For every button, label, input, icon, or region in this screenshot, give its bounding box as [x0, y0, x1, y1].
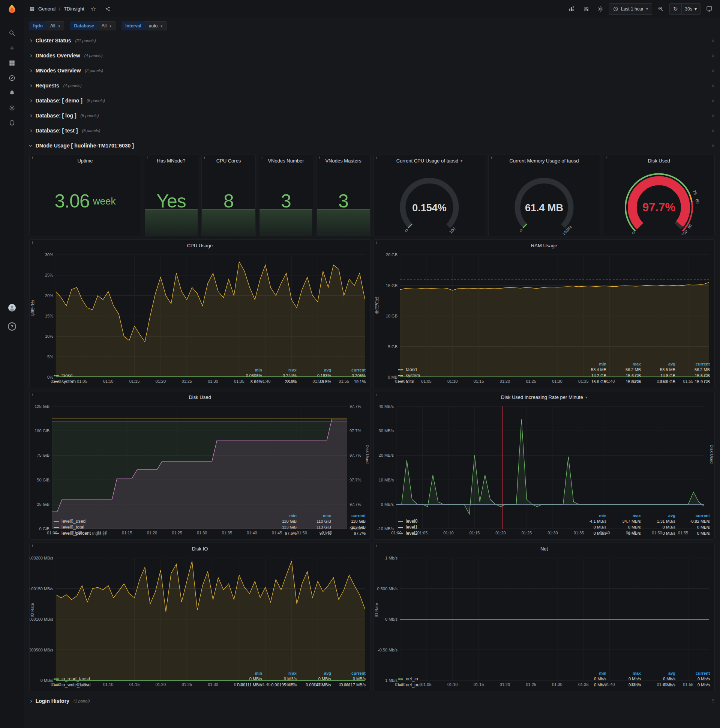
row-drag-handle[interactable]: ⠿ — [711, 113, 715, 119]
svg-text:0 MB/s: 0 MB/s — [381, 502, 394, 506]
dashboard-settings-button[interactable] — [595, 3, 606, 15]
variable-value-dropdown[interactable]: All▾ — [98, 21, 116, 31]
panel-title[interactable]: Disk Used Increasing Rate per Minute▾ — [374, 392, 714, 403]
chart-plot-area[interactable]: 125 GiB97.7%100 GiB97.7%75 GiB97.7%50 Gi… — [30, 403, 370, 513]
panel-info-icon[interactable]: i — [491, 156, 492, 160]
time-series-plot[interactable]: 30%25%20%15%10%5%0%01:0001:0501:1001:150… — [30, 251, 370, 385]
chevron-right-icon: › — [30, 697, 32, 704]
main-column: General / TDinsight ☆ — [24, 0, 720, 728]
time-series-plot[interactable]: 125 GiB97.7%100 GiB97.7%75 GiB97.7%50 Gi… — [30, 403, 370, 536]
panel-title[interactable]: Current CPU Usage of taosd▾ — [374, 155, 485, 166]
panel-title[interactable]: VNodes Masters — [316, 155, 370, 166]
panel-info-icon[interactable]: i — [204, 156, 205, 160]
panel-info-icon[interactable]: i — [376, 156, 377, 160]
save-dashboard-button[interactable] — [581, 3, 592, 15]
time-series-plot[interactable]: 20 GB15 GB10 GB5 GB0 MB01:0001:0501:1001… — [374, 251, 714, 385]
panel-title[interactable]: Disk Used — [30, 392, 370, 403]
row-login-history[interactable]: › Login History (1 panel) ⠿ — [29, 694, 715, 708]
share-dashboard-button[interactable] — [102, 3, 114, 15]
panel-info-icon[interactable]: i — [376, 392, 377, 396]
row-drag-handle[interactable]: ⠿ — [711, 128, 715, 134]
sidebar-help[interactable]: ? — [5, 319, 20, 334]
svg-text:10 GB: 10 GB — [386, 314, 398, 318]
panel-title[interactable]: Disk Used — [603, 155, 714, 166]
time-series-plot[interactable]: 40 MB/s30 MB/s20 MB/s10 MB/s0 MB/s-10 MB… — [374, 403, 714, 536]
panel-title[interactable]: Uptime — [30, 155, 140, 166]
row-drag-handle[interactable]: ⠿ — [711, 698, 715, 704]
sidebar-server-admin[interactable] — [5, 116, 20, 131]
panel-cpu-cores: i CPU Cores 8 — [201, 154, 256, 236]
panel-info-icon[interactable]: i — [32, 156, 33, 160]
row-dnode-usage[interactable]: › DNode Usage [ huolinhe-TM1701:6030 ] ⠿ — [29, 139, 715, 152]
variable-value-dropdown[interactable]: auto▾ — [145, 21, 166, 31]
svg-text:100 GiB: 100 GiB — [35, 428, 49, 433]
refresh-button[interactable]: ↻ — [670, 4, 681, 14]
chart-plot-area[interactable]: 40 MB/s30 MB/s20 MB/s10 MB/s0 MB/s-10 MB… — [374, 403, 714, 513]
chart-plot-area[interactable]: 0.00200 MB/s0.00150 MB/s0.00100 MB/s0.00… — [30, 554, 370, 671]
row-mnodes-overview[interactable]: › MNodes Overview (2 panels) ⠿ — [29, 64, 715, 77]
breadcrumb-dashboard[interactable]: TDinsight — [64, 6, 84, 12]
sidebar-dashboards[interactable] — [5, 55, 20, 70]
row-dnodes-overview[interactable]: › DNodes Overview (4 panels) ⠿ — [29, 49, 715, 62]
row-requests[interactable]: › Requests (4 panels) ⠿ — [29, 79, 715, 92]
row-database-log[interactable]: › Database: [ log ] (5 panels) ⠿ — [29, 109, 715, 122]
search-icon — [9, 30, 15, 37]
panel-info-icon[interactable]: i — [32, 544, 33, 548]
row-drag-handle[interactable]: ⠿ — [711, 98, 715, 104]
panel-title[interactable]: RAM Usage — [374, 240, 714, 251]
panel-title[interactable]: CPU Cores — [202, 155, 255, 166]
time-range-picker[interactable]: Last 1 hour ▾ — [609, 3, 652, 15]
panel-vnodes-masters: i VNodes Masters 3 — [316, 154, 371, 236]
zoom-out-time-button[interactable] — [655, 3, 667, 15]
row-drag-handle[interactable]: ⠿ — [711, 143, 715, 148]
variable-value-dropdown[interactable]: All▾ — [46, 21, 64, 31]
svg-text:01:35: 01:35 — [234, 379, 244, 384]
panel-info-icon[interactable]: i — [261, 156, 262, 160]
panel-info-icon[interactable]: i — [32, 392, 33, 396]
chevron-right-icon: › — [30, 67, 32, 73]
panel-info-icon[interactable]: i — [319, 156, 320, 160]
chart-plot-area[interactable]: 20 GB15 GB10 GB5 GB0 MB01:0001:0501:1001… — [374, 251, 714, 361]
svg-text:01:55: 01:55 — [339, 379, 349, 384]
sidebar-explore[interactable] — [5, 70, 20, 86]
panel-title[interactable]: CPU Usage — [30, 240, 370, 251]
panel-title[interactable]: Current Memory Usage of taosd — [489, 155, 599, 166]
add-panel-button[interactable] — [566, 3, 578, 15]
row-database-test[interactable]: › Database: [ test ] (5 panels) ⠿ — [29, 124, 715, 137]
row-drag-handle[interactable]: ⠿ — [711, 68, 715, 73]
panel-info-icon[interactable]: i — [146, 156, 148, 160]
svg-text:01:45: 01:45 — [272, 531, 282, 535]
panel-info-icon[interactable]: i — [606, 156, 607, 160]
row-drag-handle[interactable]: ⠿ — [711, 53, 715, 58]
chevron-right-icon: › — [30, 52, 32, 58]
svg-text:01:40: 01:40 — [604, 379, 615, 384]
row-cluster-status[interactable]: › Cluster Status (21 panels) ⠿ — [29, 34, 715, 47]
grafana-logo[interactable] — [6, 3, 18, 16]
svg-text:01:25: 01:25 — [182, 379, 192, 384]
panel-info-icon[interactable]: i — [376, 240, 377, 245]
breadcrumb-folder[interactable]: General — [38, 6, 55, 12]
cycle-view-mode-button[interactable] — [703, 3, 715, 15]
row-drag-handle[interactable]: ⠿ — [711, 83, 715, 89]
panel-info-icon[interactable]: i — [376, 544, 377, 548]
time-series-plot[interactable]: 1 Mb/s0.500 Mb/s0 Mb/s-0.50 Mb/s-1 Mb/s0… — [374, 554, 714, 688]
sidebar-create[interactable] — [5, 41, 20, 55]
row-drag-handle[interactable]: ⠿ — [711, 38, 715, 44]
time-series-plot[interactable]: 0.00200 MB/s0.00150 MB/s0.00100 MB/s0.00… — [30, 554, 370, 688]
sidebar-configuration[interactable] — [5, 101, 20, 116]
star-dashboard-button[interactable]: ☆ — [88, 3, 99, 15]
sidebar-profile[interactable] — [5, 300, 20, 315]
sidebar-alerting[interactable] — [5, 86, 20, 101]
row-database-demo[interactable]: › Database: [ demo ] (5 panels) ⠿ — [29, 94, 715, 107]
panel-title[interactable]: VNodes Number — [259, 155, 313, 166]
stat-unit: week — [93, 196, 116, 207]
refresh-interval-dropdown[interactable]: 30s ▾ — [681, 4, 700, 14]
chart-plot-area[interactable]: 1 Mb/s0.500 Mb/s0 Mb/s-0.50 Mb/s-1 Mb/s0… — [374, 554, 714, 671]
sidebar-search[interactable] — [5, 26, 20, 41]
dashboard-toolbar: Last 1 hour ▾ ↻ 30s ▾ — [566, 3, 715, 15]
chart-plot-area[interactable]: 30%25%20%15%10%5%0%01:0001:0501:1001:150… — [30, 251, 370, 367]
panel-title[interactable]: Disk IO — [30, 543, 370, 554]
panel-title[interactable]: Has MNode? — [144, 155, 198, 166]
panel-title[interactable]: Net — [374, 543, 714, 554]
panel-info-icon[interactable]: i — [32, 240, 33, 245]
